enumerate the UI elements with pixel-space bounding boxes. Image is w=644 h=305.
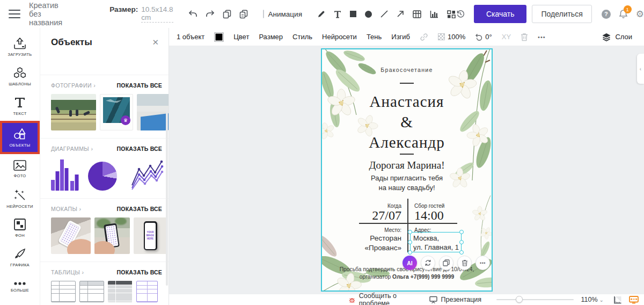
sidebar-item-background[interactable]: ФОН [0, 213, 40, 243]
color-menu[interactable]: Цвет [233, 33, 249, 41]
replace-icon[interactable] [421, 256, 435, 270]
link-icon[interactable] [420, 33, 428, 41]
line-chart-thumbnail[interactable] [130, 158, 164, 191]
collapse-panel-tab[interactable]: ‹ [637, 54, 644, 84]
notifications-bell-icon[interactable]: 1 [619, 9, 628, 19]
trash-icon[interactable] [457, 256, 472, 270]
layers-button[interactable]: Слои [602, 33, 632, 41]
menu-icon[interactable] [9, 10, 20, 18]
panel-scrollbar[interactable] [166, 108, 168, 286]
screen-fit-icon[interactable] [629, 296, 639, 304]
bar-chart-thumbnail[interactable] [51, 157, 79, 191]
square-shape-icon[interactable] [350, 11, 356, 17]
arrow-tool-icon[interactable] [397, 10, 404, 18]
mockup-thumbnail-hand-plants[interactable] [94, 217, 130, 254]
delete-icon[interactable] [521, 33, 528, 41]
sidebar-item-text[interactable]: ТЕКСТ [0, 91, 40, 121]
sidebar-item-upload[interactable]: ЗАГРУЗИТЬ [0, 32, 40, 62]
line-tool-icon[interactable] [380, 10, 388, 18]
invitation-greeting[interactable]: Дорогая Марина! [322, 159, 492, 171]
section-mockups[interactable]: МОКАПЫ › [51, 206, 81, 212]
settings-gear-icon[interactable]: ⚙ [636, 10, 644, 19]
ai-button[interactable]: AI [402, 256, 417, 270]
document-title[interactable]: Креатив без названия [29, 1, 62, 27]
sidebar-item-templates[interactable]: ШАБЛОНЫ [0, 62, 40, 91]
sidebar-item-more[interactable]: БОЛЬШЕ [0, 272, 40, 302]
show-all-photos[interactable]: ПОКАЗАТЬ ВСЕ [117, 82, 162, 89]
section-photos[interactable]: ФОТОГРАФИИ › [51, 82, 96, 89]
close-icon[interactable]: ✕ [152, 38, 159, 47]
duplicate-icon[interactable] [439, 256, 453, 270]
table-thumbnail-light-header[interactable] [79, 281, 104, 302]
animation-checkbox[interactable] [263, 10, 264, 18]
invitation-invite-line1[interactable]: Рады пригласить тебя [322, 174, 492, 182]
section-diagrams[interactable]: ДИАГРАММЫ › [51, 146, 93, 152]
sidebar-item-neural[interactable]: НЕЙРОСЕТИ [0, 184, 40, 213]
mockup-thumbnail-hand-desk[interactable] [51, 217, 91, 254]
show-all-diagrams[interactable]: ПОКАЗАТЬ ВСЕ [117, 146, 162, 152]
selection-handle-mid-right[interactable] [459, 240, 464, 244]
photo-thumbnail-pool[interactable] [137, 94, 169, 130]
history-icon[interactable] [456, 9, 465, 19]
selection-handle-top-left[interactable] [408, 230, 412, 234]
canvas-area[interactable]: Бракосочетание Анастасия & Александр Дор… [169, 46, 644, 294]
draw-pencil-icon[interactable] [317, 10, 325, 18]
shadow-menu[interactable]: Тень [367, 33, 382, 41]
size-menu[interactable]: Размер [259, 33, 283, 41]
more-options-icon[interactable]: ••• [538, 34, 546, 40]
table-thumbnail-purple[interactable] [136, 281, 158, 302]
share-button[interactable]: Поделиться [532, 5, 591, 23]
widgets-tool-icon[interactable] [447, 10, 456, 18]
color-swatch[interactable] [214, 32, 224, 42]
invitation-canvas[interactable]: Бракосочетание Анастасия & Александр Дор… [321, 48, 493, 292]
rotation-control[interactable]: 0° [475, 33, 492, 41]
help-icon[interactable]: ? [602, 10, 611, 19]
opacity-control[interactable]: 100% [438, 33, 465, 41]
invitation-eyebrow[interactable]: Бракосочетание [322, 67, 492, 73]
photo-thumbnail-field[interactable] [51, 94, 96, 130]
table-thumbnail-dark-header[interactable] [108, 281, 133, 302]
size-value[interactable]: 10.5x14.8 cm [141, 5, 173, 23]
style-menu[interactable]: Стиль [292, 33, 312, 41]
table-thumbnail-plain[interactable] [51, 281, 76, 302]
when-value[interactable]: 27/07 [322, 208, 401, 223]
rulers-icon[interactable] [613, 296, 621, 304]
invitation-invite-line2[interactable]: на нашу свадьбу! [322, 184, 492, 192]
mockup-thumbnail-flat[interactable]: YOUR IMAGE HERE [134, 217, 167, 254]
sidebar-item-photo[interactable]: ФОТО [0, 154, 40, 184]
copy-icon[interactable] [223, 10, 231, 19]
address-textbox-selection[interactable]: Москва, ул. Главная, 1 [410, 232, 462, 252]
show-all-tables[interactable]: ПОКАЗАТЬ ВСЕ [117, 269, 162, 275]
selection-handle-bottom-right[interactable] [459, 250, 464, 255]
photo-thumbnail-palm[interactable]: ♛ [100, 94, 133, 130]
text-tool-icon[interactable] [334, 10, 341, 18]
selection-handle-mid-left[interactable] [408, 240, 412, 244]
presentation-button[interactable]: Презентация [429, 296, 482, 303]
xy-position-control[interactable]: XY [502, 33, 511, 41]
zoom-slider-knob[interactable] [516, 296, 523, 303]
download-button[interactable]: Скачать [474, 5, 527, 23]
show-all-mockups[interactable]: ПОКАЗАТЬ ВСЕ [117, 206, 162, 212]
chart-tool-icon[interactable] [430, 10, 438, 18]
redo-icon[interactable] [206, 10, 215, 18]
invitation-names[interactable]: Анастасия & Александр [322, 91, 492, 152]
place-line2[interactable]: «Прованс» [322, 244, 401, 252]
pie-chart-thumbnail[interactable] [88, 162, 117, 191]
zoom-slider[interactable] [496, 299, 573, 300]
neural-menu[interactable]: Нейросети [322, 33, 357, 41]
invitation-footer-line2[interactable]: организатор Ольга +7(999) 999 9999 [322, 274, 492, 280]
undo-icon[interactable] [188, 10, 197, 18]
sidebar-item-objects[interactable]: ОБЪЕКТЫ [0, 121, 40, 154]
section-tables[interactable]: ТАБЛИЦЫ › [51, 269, 84, 275]
time-value[interactable]: 14:00 [414, 208, 444, 223]
paste-icon[interactable] [239, 10, 248, 19]
selection-handle-top-right[interactable] [459, 230, 464, 234]
circle-shape-icon[interactable] [365, 11, 372, 18]
selection-handle-bottom-left[interactable] [408, 250, 412, 255]
sidebar-item-graphics[interactable]: ГРАФИКА [0, 243, 40, 272]
place-label[interactable]: Место: [322, 227, 401, 233]
place-line1[interactable]: Ресторан [322, 234, 401, 242]
more-actions-icon[interactable]: ••• [475, 256, 490, 270]
table-tool-icon[interactable] [413, 10, 421, 18]
bend-menu[interactable]: Изгиб [391, 33, 410, 41]
